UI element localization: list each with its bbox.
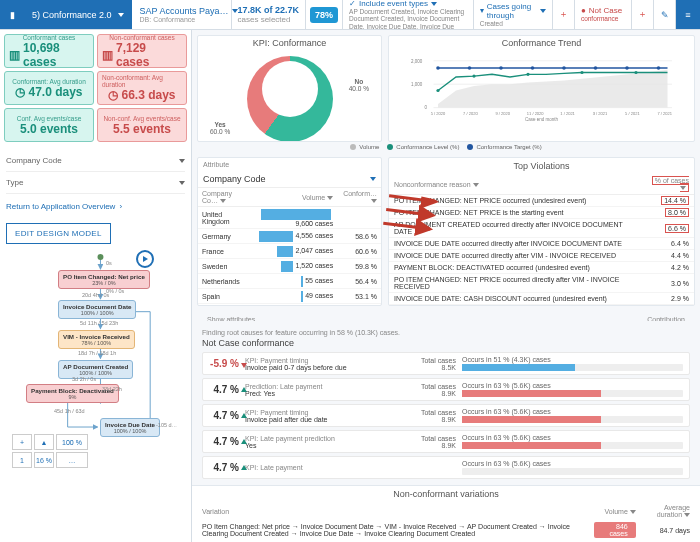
table-row[interactable]: United Kingdom 9,600 cases	[198, 207, 381, 229]
play-icon[interactable]	[136, 250, 154, 268]
table-row[interactable]: Spain 49 cases53.1 %	[198, 289, 381, 304]
svg-line-31	[383, 219, 430, 233]
add-button[interactable]: ＋	[632, 0, 654, 29]
svg-point-0	[97, 254, 103, 260]
kpi-card[interactable]: Non-conformant: Avg duration ◷66.3 days	[97, 71, 187, 105]
kpi-card[interactable]: Conf. Avg events/case 5.0 events	[4, 108, 94, 142]
svg-text:5 / 2020: 5 / 2020	[431, 111, 446, 116]
root-cause-row[interactable]: 4.7 % KPI: Late payment predictionYes To…	[202, 430, 690, 453]
kpi-card[interactable]: Non-conf. Avg events/case 5.5 events	[97, 108, 187, 142]
table-row[interactable]: PO ITEM CHANGED: NET PRICE occurred dire…	[389, 274, 694, 293]
flow-node: Invoice Due Date100% / 100%	[100, 418, 160, 437]
top-bar: ▮ 5) Conformance 2.0 SAP Accounts Paya… …	[0, 0, 700, 30]
svg-point-12	[531, 66, 535, 70]
table-row[interactable]: PO Item Changed: Net price → Invoice Doc…	[198, 520, 694, 540]
svg-point-8	[634, 71, 637, 74]
root-cause-row[interactable]: -5.9 % KPI: Payment timingInvoice paid 0…	[202, 352, 690, 375]
kpi-card[interactable]: Conformant: Avg duration ◷47.0 days	[4, 71, 94, 105]
table-row[interactable]: Germany 4,556 cases58.6 %	[198, 229, 381, 244]
process-flow[interactable]: PO Item Changed: Net price23% / 0% Invoi…	[6, 254, 185, 468]
not-case-filter[interactable]: ● Not Case conformance	[575, 0, 632, 29]
root-cause-row[interactable]: 4.7 % KPI: Late payment Occurs in 63 % (…	[202, 456, 690, 479]
dataset-dropdown[interactable]: SAP Accounts Paya… DB: Conformance	[132, 0, 232, 29]
svg-text:Case end month: Case end month	[525, 117, 559, 122]
cases-pct: 78%	[306, 0, 343, 29]
add-filter-button[interactable]: ＋	[553, 0, 575, 29]
svg-point-16	[657, 66, 661, 70]
edit-design-model-button[interactable]: EDIT DESIGN MODEL	[6, 223, 111, 244]
include-event-types[interactable]: ✓ Include event types AP Document Create…	[343, 0, 474, 29]
svg-text:2,000: 2,000	[411, 59, 423, 64]
svg-point-10	[468, 66, 472, 70]
conformance-trend-panel: Conformance Trend 2,0001,0000 5 / 20207 …	[388, 35, 695, 142]
flow-node: Invoice Document Date100% / 100%	[58, 300, 136, 319]
svg-text:0: 0	[425, 105, 428, 110]
flow-node: PO Item Changed: Net price23% / 0%	[58, 270, 150, 289]
kpi-conformance-panel: KPI: Conformance Yes60.0 % No40.0 %	[197, 35, 382, 142]
table-row[interactable]: Netherlands 55 cases56.4 %	[198, 274, 381, 289]
svg-text:7 / 2021: 7 / 2021	[658, 111, 673, 116]
cases-through[interactable]: ▾ Cases going through Created	[474, 0, 553, 29]
main-content: KPI: Conformance Yes60.0 % No40.0 % Conf…	[192, 30, 700, 542]
table-row[interactable]: France 2,047 cases60.6 %	[198, 244, 381, 259]
svg-line-30	[386, 206, 433, 220]
svg-text:7 / 2020: 7 / 2020	[463, 111, 478, 116]
filter-company-code[interactable]: Company Code	[6, 150, 185, 172]
table-row[interactable]: Sweden 1,520 cases59.8 %	[198, 259, 381, 274]
svg-point-9	[436, 66, 440, 70]
root-cause-row[interactable]: 4.7 % KPI: Payment timingInvoice paid af…	[202, 404, 690, 427]
variant-controls[interactable]: +▲100 % 116 %…	[12, 434, 88, 468]
svg-text:9 / 2020: 9 / 2020	[496, 111, 511, 116]
flow-node: VIM - Invoice Received78% / 100%	[58, 330, 135, 349]
kpi-card[interactable]: Conformant cases ▥10,698 cases	[4, 34, 94, 68]
svg-point-6	[526, 73, 529, 76]
nonconformant-variations: Non-conformant variations VariationVolum…	[192, 485, 700, 542]
left-sidebar: Conformant cases ▥10,698 cases Non-confo…	[0, 30, 192, 542]
root-cause-row[interactable]: 4.7 % Prediction: Late paymentPred: Yes …	[202, 378, 690, 401]
root-cause-section: Finding root causes for feature occurrin…	[192, 326, 700, 485]
svg-point-13	[562, 66, 566, 70]
svg-text:5 / 2021: 5 / 2021	[625, 111, 640, 116]
svg-text:1,000: 1,000	[411, 82, 423, 87]
active-tab[interactable]: 5) Conformance 2.0	[24, 0, 132, 29]
edit-icon[interactable]: ✎	[654, 0, 676, 29]
table-row[interactable]: INVOICE DUE DATE occurred directly after…	[389, 250, 694, 262]
svg-point-5	[472, 74, 475, 77]
svg-point-14	[594, 66, 598, 70]
svg-point-7	[580, 71, 583, 74]
svg-point-4	[436, 89, 439, 92]
donut-chart	[247, 56, 333, 142]
svg-point-11	[499, 66, 503, 70]
cases-selected: 17.8K of 22.7Kcases selected	[232, 0, 307, 29]
kpi-card[interactable]: Non-conformant cases ▥7,129 cases	[97, 34, 187, 68]
show-controls: Show attributes ContributionShow both	[197, 311, 695, 321]
trend-legend: Volume Conformance Level (%) Conformance…	[192, 142, 700, 152]
menu-icon[interactable]: ≡	[676, 0, 700, 29]
attribute-dropdown[interactable]: Company Code	[198, 171, 381, 188]
svg-text:11 / 2020: 11 / 2020	[527, 111, 545, 116]
svg-point-15	[625, 66, 629, 70]
filter-type[interactable]: Type	[6, 172, 185, 194]
table-row[interactable]: INVOICE DUE DATE: CASH DISCOUNT occurred…	[389, 293, 694, 305]
nav-chart-icon[interactable]: ▮	[0, 0, 24, 29]
table-row[interactable]: PAYMENT BLOCK: DEACTIVATED occurred (und…	[389, 262, 694, 274]
svg-text:3 / 2021: 3 / 2021	[593, 111, 608, 116]
svg-text:1 / 2021: 1 / 2021	[560, 111, 575, 116]
attribute-panel: Attribute Company Code Company Co… Volum…	[197, 157, 382, 306]
return-link[interactable]: Return to Application Overview ›	[6, 194, 185, 219]
